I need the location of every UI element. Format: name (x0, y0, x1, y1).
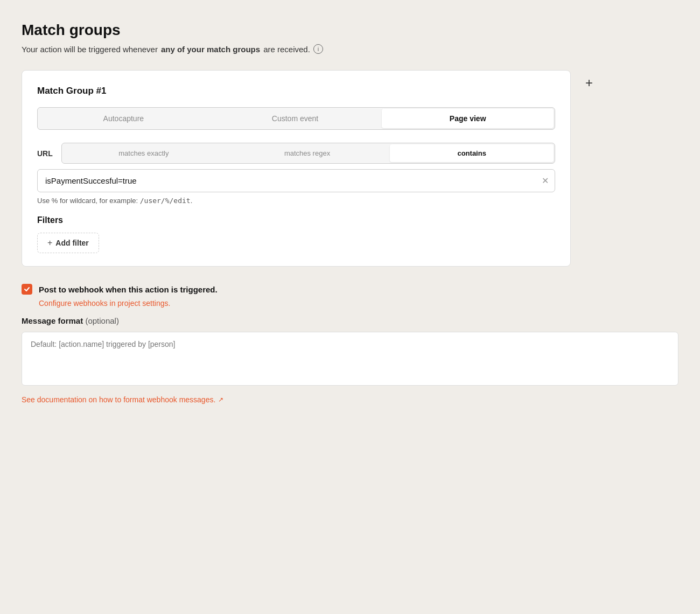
docs-link-text: See documentation on how to format webho… (22, 395, 215, 404)
add-filter-button[interactable]: + Add filter (37, 233, 99, 253)
url-row: URL matches exactly matches regex contai… (37, 143, 555, 164)
tab-contains[interactable]: contains (390, 144, 554, 162)
add-match-group-button[interactable]: + (579, 73, 599, 93)
external-link-icon: ↗ (218, 396, 223, 403)
tab-page-view[interactable]: Page view (382, 109, 554, 128)
webhook-label: Post to webhook when this action is trig… (39, 285, 218, 294)
url-hint: Use % for wildcard, for example: /user/%… (37, 197, 555, 205)
clear-icon[interactable]: ✕ (542, 177, 549, 185)
filters-title: Filters (37, 215, 555, 225)
url-input-wrapper: ✕ (37, 169, 555, 192)
tab-matches-exactly[interactable]: matches exactly (62, 143, 226, 163)
match-group-title: Match Group #1 (37, 86, 555, 96)
subtitle-bold: any of your match groups (161, 45, 260, 54)
subtitle-end: are received. (263, 45, 310, 54)
webhook-section: Post to webhook when this action is trig… (22, 284, 678, 404)
url-input[interactable] (37, 169, 555, 192)
tab-custom-event[interactable]: Custom event (209, 108, 381, 129)
match-group-wrapper: Match Group #1 Autocapture Custom event … (22, 70, 678, 267)
subtitle-text: Your action will be triggered whenever (22, 45, 158, 54)
tab-matches-regex[interactable]: matches regex (226, 143, 389, 163)
message-format-label: Message format (optional) (22, 316, 678, 325)
add-filter-label: Add filter (55, 239, 88, 247)
message-format-textarea[interactable] (22, 332, 678, 386)
event-type-tabs: Autocapture Custom event Page view (37, 107, 555, 130)
info-icon[interactable]: i (313, 44, 323, 54)
message-format-optional-text: (optional) (85, 316, 119, 325)
subtitle: Your action will be triggered whenever a… (22, 44, 678, 54)
tab-autocapture[interactable]: Autocapture (38, 108, 209, 129)
configure-webhooks-link[interactable]: Configure webhooks in project settings. (39, 299, 678, 308)
message-format-title: Message format (22, 316, 83, 325)
webhook-row: Post to webhook when this action is trig… (22, 284, 678, 295)
url-label: URL (37, 149, 56, 158)
url-section: URL matches exactly matches regex contai… (37, 143, 555, 205)
docs-link[interactable]: See documentation on how to format webho… (22, 395, 223, 404)
url-match-tabs: matches exactly matches regex contains (61, 143, 555, 164)
filters-section: Filters + Add filter (37, 215, 555, 253)
page-title: Match groups (22, 22, 678, 39)
webhook-checkbox[interactable] (22, 284, 32, 295)
plus-icon: + (47, 238, 52, 248)
match-group-card: Match Group #1 Autocapture Custom event … (22, 70, 571, 267)
